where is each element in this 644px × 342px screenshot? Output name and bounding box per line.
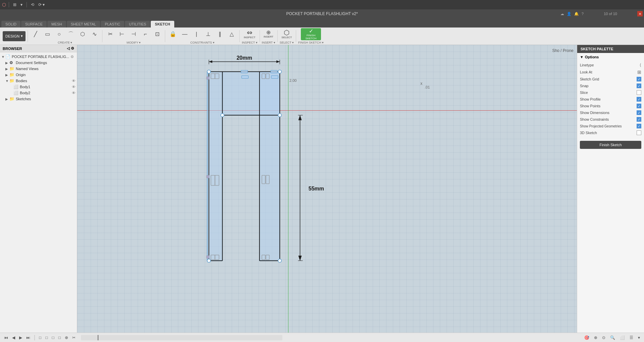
vertical-guide: [288, 45, 288, 333]
sketch-3d-checkbox[interactable]: [637, 130, 641, 135]
browser-header: BROWSER ◁ ⚙: [0, 45, 77, 52]
offset-tool[interactable]: ⊡: [151, 28, 163, 40]
svg-rect-19: [211, 255, 215, 260]
finish-sketch-tool[interactable]: ✓ FINISH SKETCH: [301, 28, 321, 40]
spline-tool[interactable]: ∿: [89, 28, 100, 40]
timeline-box4-icon[interactable]: □: [57, 335, 62, 341]
break-tool[interactable]: ⊣: [128, 28, 139, 40]
orbit-btn[interactable]: ⊙: [601, 335, 607, 341]
parallel-tool[interactable]: ∥: [214, 28, 226, 40]
lock-tool[interactable]: 🔒: [167, 28, 179, 40]
snap-checkbox[interactable]: ✓: [637, 83, 641, 88]
timeline-add-icon[interactable]: ⊕: [63, 335, 70, 341]
sketch-grid-checkbox[interactable]: ✓: [637, 77, 641, 81]
play-first-btn[interactable]: ⏮: [3, 335, 9, 341]
arrow-icon: ▼: [5, 79, 9, 83]
more-view-btn[interactable]: ▾: [637, 335, 641, 341]
redo-btn[interactable]: ⟳ ▾: [37, 2, 46, 8]
timeline-box3-icon[interactable]: □: [51, 335, 56, 341]
canvas-area[interactable]: 2.00 Sho / Prone x .01: [77, 45, 577, 333]
look-at-label: Look At: [580, 70, 592, 74]
browser-collapse-icon[interactable]: ◁: [67, 46, 70, 51]
browser-panel: BROWSER ◁ ⚙ ▼ 📄 POCKET PORTABLE FLASHLIG…: [0, 45, 77, 333]
svg-rect-13: [262, 175, 265, 184]
svg-rect-20: [215, 255, 219, 260]
rect-tool[interactable]: ▭: [42, 28, 53, 40]
look-at-btn[interactable]: ⊞: [637, 69, 641, 75]
tree-item-body2[interactable]: ⬜ Body2 👁: [0, 90, 77, 96]
grid-btn[interactable]: ☰: [628, 335, 635, 341]
tab-mesh[interactable]: MESH: [47, 21, 66, 27]
tree-item-origin[interactable]: ▶ 📁 Origin: [0, 72, 77, 78]
options-section-title[interactable]: ▼ Options: [580, 55, 641, 59]
arc-tool[interactable]: ⌒: [65, 28, 77, 40]
tree-item-root[interactable]: ▼ 📄 POCKET PORTABLE FLASHLIG... ⚙: [0, 54, 77, 60]
circle-tool[interactable]: ○: [53, 28, 65, 40]
new-btn[interactable]: ⊞: [12, 2, 18, 8]
svg-marker-31: [298, 256, 302, 261]
tree-item-sketches[interactable]: ▶ 📁 Sketches: [0, 96, 77, 102]
tree-item-doc-settings[interactable]: ▶ ⚙ Document Settings: [0, 60, 77, 66]
svg-rect-22: [266, 255, 269, 260]
show-profile-row: Show Profile ✓: [580, 96, 641, 103]
tree-item-bodies[interactable]: ▼ 📁 Bodies 👁: [0, 78, 77, 84]
trim-tool[interactable]: ✂: [104, 28, 116, 40]
show-dimensions-checkbox[interactable]: ✓: [637, 110, 641, 115]
tab-surface[interactable]: SURFACE: [21, 21, 47, 27]
measure-tool[interactable]: ⇔INSPECT: [244, 28, 255, 40]
zoom-btn[interactable]: 🔍: [609, 335, 616, 341]
play-last-btn[interactable]: ⏭: [25, 335, 32, 341]
slice-checkbox[interactable]: [637, 90, 641, 95]
open-btn[interactable]: ▾: [19, 2, 24, 8]
select-tool[interactable]: ⬡SELECT: [281, 28, 292, 40]
snap-label: Snap: [580, 84, 589, 88]
line-tool[interactable]: ╱: [30, 28, 41, 40]
settings-small-icon[interactable]: ⚙: [71, 55, 74, 59]
finish-sketch-button[interactable]: Finish Sketch: [580, 141, 641, 149]
eye-icon[interactable]: 👁: [72, 79, 76, 83]
browser-settings-icon[interactable]: ⚙: [71, 46, 74, 51]
named-views-label: Named Views: [16, 67, 39, 71]
show-points-checkbox[interactable]: ✓: [637, 104, 641, 108]
show-constraints-checkbox[interactable]: ✓: [637, 117, 641, 122]
polygon-tool[interactable]: ⬡: [77, 28, 88, 40]
play-prev-btn[interactable]: ◀: [11, 335, 16, 341]
svg-rect-36: [242, 76, 248, 78]
insert-tool[interactable]: ⊕INSERT: [263, 28, 274, 40]
sketch-grid-row: Sketch Grid ✓: [580, 76, 641, 82]
tab-count: 10 of 10: [604, 12, 617, 16]
svg-rect-14: [266, 175, 269, 184]
fit-view-btn[interactable]: ⊕: [593, 335, 599, 341]
perp-tool[interactable]: ⊥: [202, 28, 214, 40]
user-icon: 👤: [567, 12, 571, 16]
tab-sheet-metal[interactable]: SHEET METAL: [67, 21, 100, 27]
extend-tool[interactable]: ⊢: [116, 28, 128, 40]
display-mode-btn[interactable]: ⬜: [618, 335, 626, 341]
tab-plastic[interactable]: PLASTIC: [101, 21, 124, 27]
show-profile-checkbox[interactable]: ✓: [637, 97, 641, 102]
eye-icon[interactable]: 👁: [72, 91, 76, 95]
vert-tool[interactable]: |: [191, 28, 202, 40]
play-btn[interactable]: ▶: [18, 335, 24, 341]
tree-item-named-views[interactable]: ▶ 📁 Named Views: [0, 66, 77, 72]
svg-rect-47: [206, 256, 209, 259]
timeline-box2-icon[interactable]: □: [44, 335, 49, 341]
timeline-box-icon[interactable]: □: [38, 335, 43, 341]
fillet-tool[interactable]: ⌐: [140, 28, 151, 40]
tangent-tool[interactable]: △: [226, 28, 237, 40]
show-projected-checkbox[interactable]: ✓: [637, 124, 641, 128]
design-dropdown[interactable]: DESIGN ▾: [3, 31, 26, 41]
home-view-btn[interactable]: 🎯: [583, 335, 591, 341]
tree-item-body1[interactable]: ⬜ Body1 👁: [0, 84, 77, 90]
horiz-tool[interactable]: —: [179, 28, 190, 40]
undo-btn[interactable]: ⟲: [30, 2, 36, 8]
tab-sketch[interactable]: SKETCH: [151, 21, 174, 27]
eye-icon[interactable]: 👁: [72, 85, 76, 89]
show-projected-label: Show Projected Geometries: [580, 124, 622, 128]
tab-utilities[interactable]: UTILITIES: [125, 21, 150, 27]
create-label: CREATE ▾: [58, 41, 72, 44]
linetype-control[interactable]: ⟨: [640, 63, 641, 67]
close-button[interactable]: ✕: [637, 11, 643, 16]
tab-solid[interactable]: SOLID: [1, 21, 20, 27]
timeline-cut-icon[interactable]: ✂: [71, 335, 77, 341]
